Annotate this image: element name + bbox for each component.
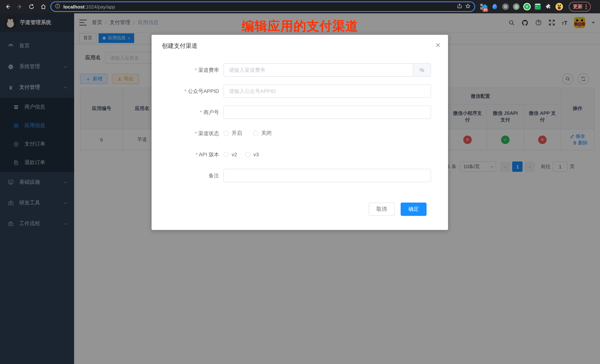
form-item-appid: 公众号APPID <box>160 84 431 98</box>
confirm-button[interactable]: 确定 <box>401 202 427 216</box>
dialog-body: 渠道费率 % 公众号APPID 商户号 <box>151 50 448 198</box>
url-host: localhost <box>63 4 84 9</box>
bookmark-star-icon[interactable] <box>465 3 471 10</box>
radio-circle-icon <box>224 152 229 157</box>
site-info-icon[interactable] <box>55 3 60 10</box>
merchant-label: 商户号 <box>160 106 224 119</box>
api-version-label: API 版本 <box>160 148 224 161</box>
browser-update-button[interactable]: 更新 <box>569 2 591 11</box>
dialog-header: 创建支付渠道 ✕ <box>151 35 448 50</box>
extension-balloon-icon[interactable] <box>491 3 498 10</box>
rate-label: 渠道费率 <box>160 63 224 77</box>
browser-home-icon[interactable] <box>38 2 48 11</box>
remark-label: 备注 <box>160 169 224 182</box>
create-pay-channel-dialog: 创建支付渠道 ✕ 渠道费率 % 公众号APPID <box>151 35 448 230</box>
url-path: :1024/pay/app <box>84 4 115 9</box>
browser-back-icon[interactable] <box>3 2 13 11</box>
radio-api-v2[interactable]: v2 <box>224 151 237 157</box>
browser-menu-icon[interactable] <box>586 4 587 9</box>
rate-suffix: % <box>413 63 431 77</box>
screen: localhost:1024/pay/app 10 ⌘ Y <box>0 0 600 364</box>
form-item-merchant: 商户号 <box>160 106 431 119</box>
radio-status-on[interactable]: 开启 <box>224 130 242 137</box>
dialog-title: 创建支付渠道 <box>162 43 197 49</box>
app-frame: 芋道管理系统 首页 系统管理 ¥ 支付管 <box>0 13 600 364</box>
extension-command-icon[interactable]: ⌘ <box>502 3 509 10</box>
form-item-status: 渠道状态 开启 关闭 <box>160 127 431 140</box>
status-label: 渠道状态 <box>160 127 224 140</box>
url-bar[interactable]: localhost:1024/pay/app <box>50 1 475 12</box>
radio-circle-icon <box>245 152 251 157</box>
dialog-footer: 取消 确定 <box>151 198 448 230</box>
update-label: 更新 <box>573 3 582 10</box>
radio-api-v3[interactable]: v3 <box>245 151 259 157</box>
form-item-api-version: API 版本 v2 v3 <box>160 148 431 161</box>
radio-status-off[interactable]: 关闭 <box>253 130 272 137</box>
form-item-rate: 渠道费率 % <box>160 63 431 77</box>
extension-recorder-icon[interactable] <box>513 3 520 10</box>
browser-chrome: localhost:1024/pay/app 10 ⌘ Y <box>0 0 600 13</box>
extension-tab-manager-icon[interactable]: 10 <box>480 3 488 10</box>
form-item-remark: 备注 <box>160 169 431 182</box>
cancel-button[interactable]: 取消 <box>369 202 394 216</box>
browser-forward-icon[interactable] <box>15 2 24 11</box>
extension-chat-icon[interactable] <box>534 3 542 10</box>
radio-circle-icon <box>253 131 258 136</box>
browser-profile-avatar[interactable] <box>555 3 563 10</box>
radio-circle-icon <box>224 131 229 136</box>
merchant-input[interactable] <box>224 106 431 119</box>
extensions-puzzle-icon[interactable] <box>545 3 552 10</box>
browser-reload-icon[interactable] <box>27 2 36 11</box>
url-text[interactable]: localhost:1024/pay/app <box>63 4 115 9</box>
appid-label: 公众号APPID <box>160 84 224 98</box>
extension-badge: 10 <box>483 8 488 12</box>
rate-input[interactable] <box>224 63 413 77</box>
appid-input[interactable] <box>224 84 431 98</box>
remark-input[interactable] <box>224 169 431 182</box>
close-icon[interactable]: ✕ <box>435 42 441 48</box>
extension-cluster: 10 ⌘ Y <box>480 3 563 10</box>
share-icon[interactable] <box>457 3 462 10</box>
extension-yudao-icon[interactable]: Y <box>523 3 531 10</box>
